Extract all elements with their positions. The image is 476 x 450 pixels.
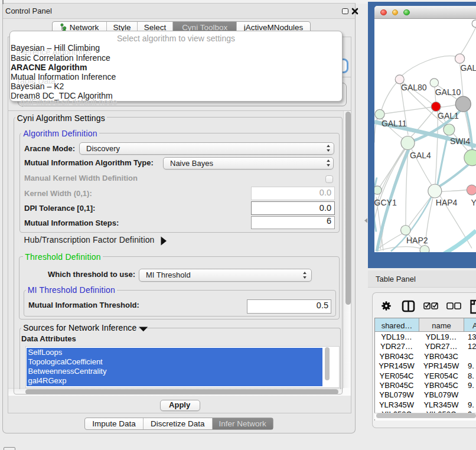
- svg-text:HAP4: HAP4: [436, 198, 458, 207]
- svg-text:GAL4: GAL4: [410, 151, 431, 160]
- svg-text:GAL10: GAL10: [435, 87, 461, 97]
- svg-text:GAL11: GAL11: [382, 119, 407, 128]
- svg-text:SWI4: SWI4: [450, 136, 470, 146]
- svg-text:HAP2: HAP2: [406, 235, 428, 244]
- svg-text:Y: Y: [471, 198, 476, 207]
- svg-text:GAL7: GAL7: [460, 63, 476, 72]
- svg-text:GAL80: GAL80: [401, 83, 427, 92]
- svg-text:GCY1: GCY1: [374, 198, 397, 207]
- svg-text:GAL1: GAL1: [438, 111, 459, 120]
